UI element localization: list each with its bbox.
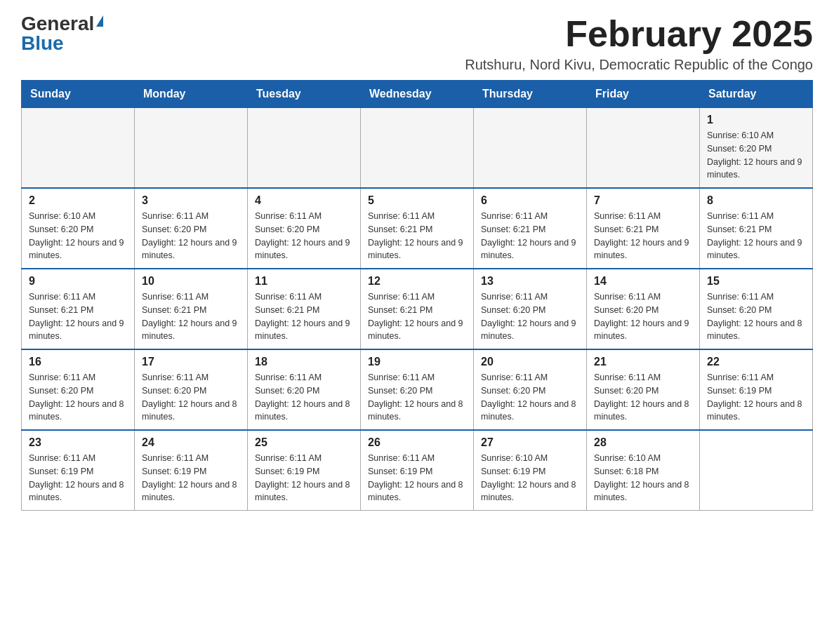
logo-triangle-icon [96,15,103,27]
calendar-cell: 3Sunrise: 6:11 AM Sunset: 6:20 PM Daylig… [135,188,248,269]
calendar-cell: 15Sunrise: 6:11 AM Sunset: 6:20 PM Dayli… [700,269,813,349]
day-info: Sunrise: 6:11 AM Sunset: 6:20 PM Dayligh… [142,371,240,424]
day-number: 28 [594,436,692,449]
calendar-cell: 19Sunrise: 6:11 AM Sunset: 6:20 PM Dayli… [361,349,474,430]
calendar-cell: 12Sunrise: 6:11 AM Sunset: 6:21 PM Dayli… [361,269,474,349]
day-info: Sunrise: 6:11 AM Sunset: 6:19 PM Dayligh… [707,371,805,424]
day-info: Sunrise: 6:11 AM Sunset: 6:20 PM Dayligh… [255,371,353,424]
day-info: Sunrise: 6:10 AM Sunset: 6:18 PM Dayligh… [594,452,692,504]
day-info: Sunrise: 6:11 AM Sunset: 6:21 PM Dayligh… [368,210,466,262]
day-info: Sunrise: 6:10 AM Sunset: 6:20 PM Dayligh… [29,210,127,262]
calendar-cell [700,430,813,511]
calendar-cell: 5Sunrise: 6:11 AM Sunset: 6:21 PM Daylig… [361,188,474,269]
calendar-cell: 24Sunrise: 6:11 AM Sunset: 6:19 PM Dayli… [135,430,248,511]
header: General Blue February 2025 Rutshuru, Nor… [21,14,813,73]
calendar-cell: 4Sunrise: 6:11 AM Sunset: 6:20 PM Daylig… [248,188,361,269]
day-number: 3 [142,194,240,207]
day-info: Sunrise: 6:11 AM Sunset: 6:19 PM Dayligh… [368,452,466,504]
day-info: Sunrise: 6:11 AM Sunset: 6:20 PM Dayligh… [481,290,579,343]
calendar-cell: 14Sunrise: 6:11 AM Sunset: 6:20 PM Dayli… [587,269,700,349]
calendar-cell [135,108,248,189]
day-info: Sunrise: 6:11 AM Sunset: 6:19 PM Dayligh… [29,452,127,504]
day-info: Sunrise: 6:11 AM Sunset: 6:20 PM Dayligh… [481,371,579,424]
header-sunday: Sunday [22,81,135,108]
day-info: Sunrise: 6:11 AM Sunset: 6:20 PM Dayligh… [707,290,805,343]
header-monday: Monday [135,81,248,108]
calendar-cell [361,108,474,189]
day-number: 20 [481,356,579,368]
day-info: Sunrise: 6:10 AM Sunset: 6:19 PM Dayligh… [481,452,579,504]
calendar-cell: 6Sunrise: 6:11 AM Sunset: 6:21 PM Daylig… [474,188,587,269]
day-info: Sunrise: 6:11 AM Sunset: 6:21 PM Dayligh… [368,290,466,343]
calendar-cell [248,108,361,189]
day-number: 15 [707,275,805,288]
day-number: 10 [142,275,240,288]
calendar-cell: 7Sunrise: 6:11 AM Sunset: 6:21 PM Daylig… [587,188,700,269]
day-info: Sunrise: 6:11 AM Sunset: 6:20 PM Dayligh… [29,371,127,424]
calendar-cell: 10Sunrise: 6:11 AM Sunset: 6:21 PM Dayli… [135,269,248,349]
day-number: 17 [142,356,240,368]
day-number: 26 [368,436,466,449]
calendar-cell: 26Sunrise: 6:11 AM Sunset: 6:19 PM Dayli… [361,430,474,511]
calendar-cell [474,108,587,189]
calendar-cell: 20Sunrise: 6:11 AM Sunset: 6:20 PM Dayli… [474,349,587,430]
day-number: 4 [255,194,353,207]
calendar-cell: 28Sunrise: 6:10 AM Sunset: 6:18 PM Dayli… [587,430,700,511]
day-info: Sunrise: 6:11 AM Sunset: 6:21 PM Dayligh… [707,210,805,262]
day-number: 2 [29,194,127,207]
location-title: Rutshuru, Nord Kivu, Democratic Republic… [465,57,813,73]
calendar-cell: 8Sunrise: 6:11 AM Sunset: 6:21 PM Daylig… [700,188,813,269]
header-tuesday: Tuesday [248,81,361,108]
day-number: 5 [368,194,466,207]
calendar-cell: 11Sunrise: 6:11 AM Sunset: 6:21 PM Dayli… [248,269,361,349]
calendar-cell: 9Sunrise: 6:11 AM Sunset: 6:21 PM Daylig… [22,269,135,349]
day-info: Sunrise: 6:11 AM Sunset: 6:21 PM Dayligh… [142,290,240,343]
day-number: 19 [368,356,466,368]
calendar-row-0: 1Sunrise: 6:10 AM Sunset: 6:20 PM Daylig… [22,108,813,189]
calendar-row-1: 2Sunrise: 6:10 AM Sunset: 6:20 PM Daylig… [22,188,813,269]
calendar-cell [22,108,135,189]
calendar-header-row: Sunday Monday Tuesday Wednesday Thursday… [22,81,813,108]
day-info: Sunrise: 6:11 AM Sunset: 6:20 PM Dayligh… [255,210,353,262]
logo-general-text: General [21,14,94,34]
calendar-cell: 25Sunrise: 6:11 AM Sunset: 6:19 PM Dayli… [248,430,361,511]
day-number: 8 [707,194,805,207]
calendar-row-3: 16Sunrise: 6:11 AM Sunset: 6:20 PM Dayli… [22,349,813,430]
day-number: 27 [481,436,579,449]
calendar-cell: 1Sunrise: 6:10 AM Sunset: 6:20 PM Daylig… [700,108,813,189]
header-saturday: Saturday [700,81,813,108]
calendar-cell: 16Sunrise: 6:11 AM Sunset: 6:20 PM Dayli… [22,349,135,430]
day-info: Sunrise: 6:11 AM Sunset: 6:20 PM Dayligh… [142,210,240,262]
day-info: Sunrise: 6:11 AM Sunset: 6:21 PM Dayligh… [594,210,692,262]
day-number: 18 [255,356,353,368]
calendar-row-4: 23Sunrise: 6:11 AM Sunset: 6:19 PM Dayli… [22,430,813,511]
day-info: Sunrise: 6:11 AM Sunset: 6:21 PM Dayligh… [481,210,579,262]
day-info: Sunrise: 6:11 AM Sunset: 6:21 PM Dayligh… [255,290,353,343]
calendar-row-2: 9Sunrise: 6:11 AM Sunset: 6:21 PM Daylig… [22,269,813,349]
day-number: 21 [594,356,692,368]
day-number: 25 [255,436,353,449]
day-number: 22 [707,356,805,368]
calendar-cell: 18Sunrise: 6:11 AM Sunset: 6:20 PM Dayli… [248,349,361,430]
day-number: 6 [481,194,579,207]
day-info: Sunrise: 6:11 AM Sunset: 6:19 PM Dayligh… [142,452,240,504]
day-number: 9 [29,275,127,288]
day-number: 16 [29,356,127,368]
day-number: 14 [594,275,692,288]
header-thursday: Thursday [474,81,587,108]
logo: General Blue [21,14,103,53]
day-number: 13 [481,275,579,288]
day-number: 1 [707,114,805,126]
day-number: 23 [29,436,127,449]
day-info: Sunrise: 6:11 AM Sunset: 6:20 PM Dayligh… [594,290,692,343]
day-info: Sunrise: 6:11 AM Sunset: 6:20 PM Dayligh… [368,371,466,424]
logo-blue-text: Blue [21,34,64,53]
calendar-cell: 17Sunrise: 6:11 AM Sunset: 6:20 PM Dayli… [135,349,248,430]
title-section: February 2025 Rutshuru, Nord Kivu, Democ… [465,14,813,73]
calendar-cell: 13Sunrise: 6:11 AM Sunset: 6:20 PM Dayli… [474,269,587,349]
day-info: Sunrise: 6:11 AM Sunset: 6:20 PM Dayligh… [594,371,692,424]
day-info: Sunrise: 6:11 AM Sunset: 6:19 PM Dayligh… [255,452,353,504]
day-info: Sunrise: 6:10 AM Sunset: 6:20 PM Dayligh… [707,129,805,182]
day-number: 7 [594,194,692,207]
calendar-cell [587,108,700,189]
